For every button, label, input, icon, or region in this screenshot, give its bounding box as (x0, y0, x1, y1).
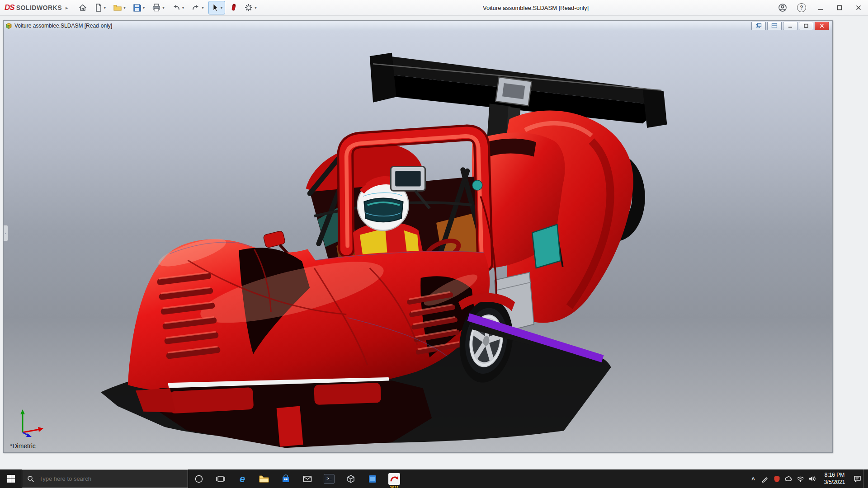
file-explorer-button[interactable] (253, 469, 275, 488)
ds-logo-icon: DS (5, 3, 14, 12)
doc-close-button[interactable] (815, 22, 829, 30)
graphics-viewport[interactable]: *Dimetric ‹ (4, 31, 832, 452)
help-icon: ? (797, 3, 806, 12)
new-document-button[interactable]: ▾ (92, 1, 109, 14)
volume-tray-button[interactable] (806, 469, 818, 488)
tile-windows-icon (755, 23, 762, 28)
chevron-down-icon[interactable]: ▾ (143, 6, 145, 10)
file-explorer-icon (259, 475, 269, 483)
terminal-button[interactable]: >_ (318, 469, 340, 488)
maximize-button[interactable] (830, 0, 849, 15)
save-button[interactable]: ▾ (130, 1, 148, 14)
store-icon (281, 474, 290, 483)
car-model-3d-view (4, 31, 832, 452)
doc-cascade-button[interactable] (767, 22, 782, 30)
onedrive-tray-button[interactable] (783, 469, 794, 488)
caret-up-icon: ^ (751, 476, 755, 483)
blue-app-icon (368, 474, 377, 483)
chevron-down-icon[interactable]: ▾ (162, 6, 165, 10)
solidworks-version-badge: 2021 (390, 485, 399, 488)
cortana-button[interactable] (188, 469, 210, 488)
solidworks-logo: DS SOLIDWORKS (0, 3, 66, 12)
open-button[interactable]: ▾ (110, 1, 128, 14)
markup-pen-icon (230, 3, 237, 12)
account-icon (778, 3, 787, 12)
undo-button[interactable]: ▾ (169, 1, 187, 14)
search-icon (27, 475, 34, 483)
doc-maximize-icon (803, 23, 809, 28)
document-window: Voiture assomblee.SLDASM [Read-only] (3, 20, 833, 453)
system-tray: ^ (747, 469, 868, 488)
chevron-down-icon[interactable]: ▾ (123, 6, 126, 10)
home-icon (78, 3, 87, 12)
select-cursor-icon (211, 3, 219, 12)
mail-icon (303, 475, 312, 483)
action-center-icon (854, 475, 861, 483)
photos-app-button[interactable] (362, 469, 383, 488)
view-orientation-label: *Dimetric (10, 442, 36, 450)
cloud-icon (784, 476, 793, 482)
orientation-triad (12, 407, 48, 437)
doc-tile-button[interactable] (751, 22, 766, 30)
terminal-icon: >_ (324, 474, 335, 484)
wifi-icon (797, 476, 804, 482)
app-title-bar: DS SOLIDWORKS ▸ ▾ ▾ ▾ ▾ (0, 0, 868, 16)
chevron-down-icon[interactable]: ▾ (182, 6, 184, 10)
pen-icon (761, 475, 769, 483)
cortana-icon (194, 474, 203, 483)
viewer-app-button[interactable] (340, 469, 362, 488)
edge-button[interactable]: e (231, 469, 253, 488)
search-input[interactable] (38, 475, 162, 483)
assembly-document-icon (5, 23, 12, 29)
store-button[interactable] (275, 469, 297, 488)
chevron-down-icon[interactable]: ▾ (104, 6, 106, 10)
redo-button[interactable]: ▾ (189, 1, 207, 14)
chevron-down-icon[interactable]: ▾ (202, 6, 204, 10)
close-button[interactable] (849, 0, 868, 15)
print-button[interactable]: ▾ (149, 1, 167, 14)
task-view-button[interactable] (210, 469, 231, 488)
taskbar-clock[interactable]: 8:16 PM 3/5/2021 (818, 469, 851, 488)
teal-marker (472, 180, 482, 190)
select-tool-button[interactable]: ▾ (208, 1, 226, 14)
doc-maximize-button[interactable] (799, 22, 813, 30)
help-button[interactable]: ? (792, 0, 811, 15)
window-title: Voiture assomblee.SLDASM [Read-only] (483, 0, 589, 15)
solidworks-taskbar-button[interactable]: 2021 (383, 469, 405, 488)
solidworks-wordmark: SOLIDWORKS (16, 4, 62, 11)
network-tray-button[interactable] (794, 469, 806, 488)
doc-minimize-button[interactable] (783, 22, 797, 30)
close-icon (855, 5, 862, 11)
security-tray-button[interactable] (771, 469, 783, 488)
maximize-icon (836, 5, 843, 11)
document-title-bar[interactable]: Voiture assomblee.SLDASM [Read-only] (4, 21, 832, 31)
pen-tray-button[interactable] (759, 469, 771, 488)
document-title: Voiture assomblee.SLDASM [Read-only] (14, 23, 112, 29)
home-button[interactable] (75, 1, 90, 14)
edge-icon: e (240, 473, 245, 485)
print-icon (152, 3, 161, 12)
start-button[interactable] (0, 469, 22, 488)
markup-pen-button[interactable] (227, 1, 240, 14)
chevron-down-icon[interactable]: ▾ (255, 6, 257, 10)
open-folder-icon (113, 3, 122, 12)
action-center-button[interactable] (851, 469, 863, 488)
side-window-teal (532, 225, 561, 268)
minimize-icon (817, 5, 824, 11)
options-button[interactable]: ▾ (241, 1, 259, 14)
panel-collapse-arrow[interactable]: ‹ (4, 225, 8, 241)
chevron-down-icon[interactable]: ▾ (221, 6, 223, 10)
save-icon (133, 4, 142, 12)
show-desktop-button[interactable] (863, 469, 867, 488)
mail-button[interactable] (297, 469, 318, 488)
clock-date: 3/5/2021 (818, 479, 851, 486)
menu-expand-arrow-icon[interactable]: ▸ (66, 5, 68, 11)
new-document-icon (94, 3, 103, 12)
taskbar-search[interactable] (22, 469, 188, 488)
doc-close-icon (819, 23, 825, 28)
hidden-icons-button[interactable]: ^ (747, 469, 759, 488)
windows-taskbar: e >_ (0, 469, 868, 488)
account-button[interactable] (773, 0, 792, 15)
minimize-button[interactable] (811, 0, 830, 15)
cube-viewer-icon (346, 474, 355, 483)
